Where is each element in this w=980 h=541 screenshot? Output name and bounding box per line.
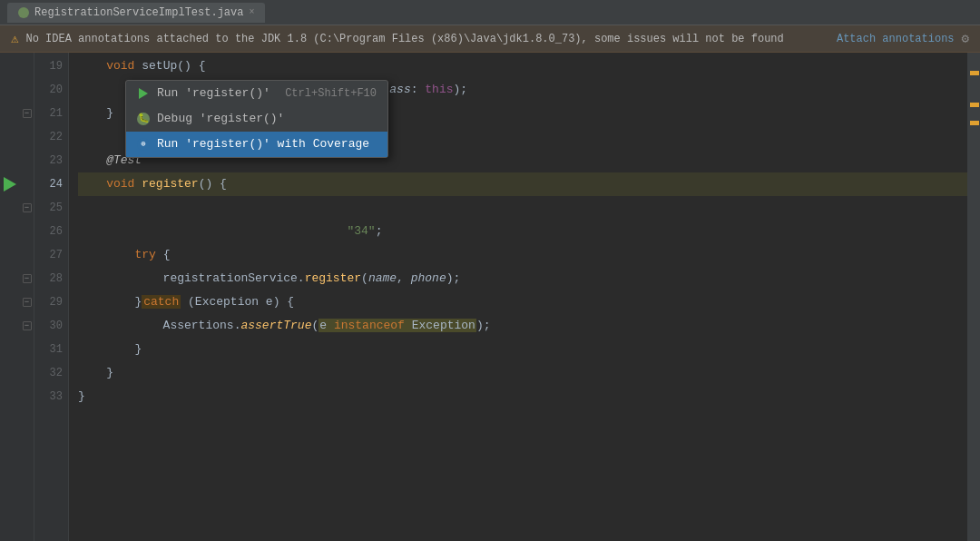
scroll-marker-3 bbox=[970, 121, 979, 125]
gutter-line-31 bbox=[0, 338, 20, 361]
ln-25: 25 bbox=[34, 196, 68, 220]
fold-32 bbox=[20, 361, 34, 385]
editor-tab[interactable]: RegistrationServiceImplTest.java × bbox=[7, 3, 265, 23]
gutter-line-29 bbox=[0, 290, 20, 314]
notification-bar: ⚠ No IDEA annotations attached to the JD… bbox=[0, 25, 980, 53]
run-gutter bbox=[0, 53, 20, 541]
fold-23 bbox=[20, 149, 34, 172]
run-icon bbox=[137, 87, 150, 100]
fold-button-30[interactable]: − bbox=[23, 321, 32, 330]
fold-29: − bbox=[20, 290, 34, 314]
fold-gutter: − − − − − bbox=[20, 53, 34, 541]
code-line-19: void setUp() { bbox=[78, 54, 967, 78]
code-line-29: }catch (Exception e) { bbox=[78, 290, 967, 314]
gutter-line-19 bbox=[0, 54, 20, 78]
run-triangle-icon bbox=[139, 88, 148, 99]
settings-icon[interactable]: ⚙ bbox=[962, 31, 969, 46]
gutter-line-27 bbox=[0, 243, 20, 267]
context-menu-run[interactable]: Run 'register()' Ctrl+Shift+F10 bbox=[126, 81, 387, 106]
code-line-25 bbox=[78, 196, 967, 220]
ln-33: 33 bbox=[34, 385, 68, 408]
run-shortcut: Ctrl+Shift+F10 bbox=[285, 82, 377, 105]
scroll-marker-2 bbox=[970, 103, 979, 107]
gutter-line-32 bbox=[0, 361, 20, 385]
ln-22: 22 bbox=[34, 125, 68, 149]
gutter-line-23 bbox=[0, 149, 20, 172]
ln-20: 20 bbox=[34, 78, 68, 102]
context-menu-coverage[interactable]: ⊕ Run 'register()' with Coverage bbox=[126, 132, 387, 157]
ln-21: 21 bbox=[34, 102, 68, 125]
coverage-label: Run 'register()' with Coverage bbox=[157, 133, 369, 156]
tab-close-button[interactable]: × bbox=[249, 7, 254, 17]
fold-33 bbox=[20, 385, 34, 408]
fold-31 bbox=[20, 338, 34, 361]
fold-24 bbox=[20, 172, 34, 196]
code-line-26: "34"; bbox=[78, 220, 967, 243]
context-menu-debug[interactable]: 🐛 Debug 'register()' bbox=[126, 106, 387, 132]
run-label: Run 'register()' bbox=[157, 82, 270, 105]
ln-19: 19 bbox=[34, 54, 68, 78]
file-type-icon bbox=[18, 7, 29, 18]
fold-27 bbox=[20, 243, 34, 267]
gutter-line-26 bbox=[0, 220, 20, 243]
attach-annotations-link[interactable]: Attach annotations bbox=[837, 33, 955, 45]
code-line-28: registrationService.register(name, phone… bbox=[78, 267, 967, 290]
fold-21: − bbox=[20, 102, 34, 125]
notification-text: No IDEA annotations attached to the JDK … bbox=[25, 33, 829, 45]
gutter-line-22 bbox=[0, 125, 20, 149]
scroll-marker-1 bbox=[970, 71, 979, 75]
gutter-line-28 bbox=[0, 267, 20, 290]
fold-button-28[interactable]: − bbox=[23, 274, 32, 283]
code-line-27: try { bbox=[78, 243, 967, 267]
ln-28: 28 bbox=[34, 267, 68, 290]
fold-28: − bbox=[20, 267, 34, 290]
tab-label: RegistrationServiceImplTest.java bbox=[34, 6, 243, 19]
debug-label: Debug 'register()' bbox=[157, 107, 284, 131]
title-bar: RegistrationServiceImplTest.java × bbox=[0, 0, 980, 25]
warning-icon: ⚠ bbox=[11, 31, 18, 46]
code-line-24: void register() { bbox=[78, 172, 967, 196]
fold-26 bbox=[20, 220, 34, 243]
code-line-32: } bbox=[78, 361, 967, 385]
scrollbar[interactable] bbox=[967, 53, 980, 541]
gutter-line-20 bbox=[0, 78, 20, 102]
line-numbers: 19 20 21 22 23 24 25 26 27 28 29 30 31 3… bbox=[34, 53, 69, 541]
fold-19 bbox=[20, 54, 34, 78]
fold-button-21[interactable]: − bbox=[23, 109, 32, 118]
gutter-line-33 bbox=[0, 385, 20, 408]
ln-23: 23 bbox=[34, 149, 68, 172]
gutter-line-30 bbox=[0, 314, 20, 338]
ln-29: 29 bbox=[34, 290, 68, 314]
ln-30: 30 bbox=[34, 314, 68, 338]
editor-container: − − − − − 19 20 bbox=[0, 53, 980, 541]
context-menu: Run 'register()' Ctrl+Shift+F10 🐛 Debug … bbox=[125, 80, 388, 158]
debug-icon: 🐛 bbox=[137, 113, 150, 125]
ln-27: 27 bbox=[34, 243, 68, 267]
gutter-line-21 bbox=[0, 102, 20, 125]
run-test-arrow[interactable] bbox=[4, 177, 16, 192]
ln-31: 31 bbox=[34, 338, 68, 361]
fold-button-25[interactable]: − bbox=[23, 203, 32, 212]
fold-22 bbox=[20, 125, 34, 149]
ln-24: 24 bbox=[34, 172, 68, 196]
fold-25: − bbox=[20, 196, 34, 220]
ln-32: 32 bbox=[34, 361, 68, 385]
gutter-line-24[interactable] bbox=[0, 172, 20, 196]
fold-button-29[interactable]: − bbox=[23, 298, 32, 307]
ln-26: 26 bbox=[34, 220, 68, 243]
code-line-31: } bbox=[78, 338, 967, 361]
fold-30: − bbox=[20, 314, 34, 338]
coverage-icon: ⊕ bbox=[137, 138, 150, 151]
fold-20 bbox=[20, 78, 34, 102]
code-line-33: } bbox=[78, 385, 967, 408]
code-line-30: Assertions.assertTrue(e instanceof Excep… bbox=[78, 314, 967, 338]
code-editor[interactable]: void setUp() { MockitoAnnotations.openMo… bbox=[69, 53, 967, 541]
gutter-line-25 bbox=[0, 196, 20, 220]
